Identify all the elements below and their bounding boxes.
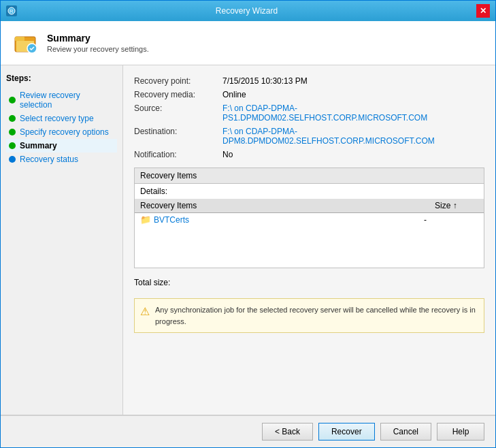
sidebar-label-summary: Summary: [20, 141, 57, 150]
step-dot-status: [9, 156, 16, 163]
svg-text:R: R: [10, 8, 14, 14]
sidebar-item-specify[interactable]: Specify recovery options: [6, 125, 117, 139]
destination-label: Destination:: [134, 127, 222, 146]
recovery-point-label: Recovery point:: [134, 76, 222, 86]
notification-label: Notification:: [134, 150, 222, 159]
col-header-size[interactable]: Size ↑: [429, 199, 484, 212]
sidebar-label-review: Review recovery selection: [20, 91, 114, 110]
header-text: Summary Review your recovery settings.: [47, 33, 149, 53]
table-body: 📁 BVTCerts -: [135, 213, 484, 268]
back-button[interactable]: < Back: [262, 423, 313, 441]
close-button[interactable]: ✕: [476, 4, 490, 18]
step-dot-select: [9, 115, 16, 122]
step-dot-review: [9, 97, 16, 103]
details-label: Details:: [135, 184, 484, 199]
source-value: F:\ on CDAP-DPMA-PS1.DPMDOM02.SELFHOST.C…: [222, 103, 484, 123]
folder-icon: 📁: [140, 214, 151, 225]
info-grid: Recovery point: 7/15/2015 10:30:13 PM Re…: [134, 76, 484, 159]
header-subtitle: Review your recovery settings.: [47, 45, 149, 53]
sidebar-item-status[interactable]: Recovery status: [6, 153, 117, 166]
header-title: Summary: [47, 33, 149, 44]
steps-label: Steps:: [6, 74, 117, 83]
sidebar-label-specify: Specify recovery options: [20, 127, 109, 137]
sidebar-item-select[interactable]: Select recovery type: [6, 112, 117, 125]
sidebar-item-summary[interactable]: Summary: [6, 139, 117, 153]
app-icon: R: [6, 5, 17, 16]
main-area: Steps: Review recovery selection Select …: [1, 65, 495, 415]
col-header-name[interactable]: Recovery Items: [135, 199, 429, 212]
sidebar-label-status: Recovery status: [20, 155, 78, 164]
sidebar-item-review[interactable]: Review recovery selection: [6, 89, 117, 112]
step-dot-summary: [9, 142, 16, 149]
cell-name: 📁 BVTCerts: [140, 214, 424, 225]
recovery-media-value: Online: [222, 90, 484, 99]
destination-value: F:\ on CDAP-DPMA-DPM8.DPMDOM02.SELFHOST.…: [222, 127, 484, 146]
warning-box: ⚠ Any synchronization job for the select…: [134, 298, 484, 333]
cancel-button[interactable]: Cancel: [380, 423, 431, 441]
wizard-header: Summary Review your recovery settings.: [1, 21, 495, 65]
title-bar: R Recovery Wizard ✕: [1, 1, 495, 21]
main-content: Recovery point: 7/15/2015 10:30:13 PM Re…: [123, 65, 495, 415]
table-row[interactable]: 📁 BVTCerts -: [135, 213, 484, 226]
warning-icon: ⚠: [140, 305, 150, 318]
header-icon: [12, 29, 39, 57]
sidebar: Steps: Review recovery selection Select …: [1, 65, 123, 415]
sidebar-label-select: Select recovery type: [20, 114, 94, 123]
recover-button[interactable]: Recover: [318, 423, 375, 441]
recovery-media-label: Recovery media:: [134, 90, 222, 99]
svg-rect-3: [15, 37, 24, 41]
footer: < Back Recover Cancel Help: [1, 415, 495, 447]
cell-size: -: [424, 215, 478, 225]
recovery-items-section: Recovery Items Details: Recovery Items S…: [134, 167, 484, 268]
window-content: Summary Review your recovery settings. S…: [1, 21, 495, 447]
notification-value: No: [222, 150, 484, 159]
help-button[interactable]: Help: [437, 423, 484, 441]
total-size: Total size:: [134, 274, 484, 287]
warning-text: Any synchronization job for the selected…: [155, 304, 478, 327]
window-title: Recovery Wizard: [17, 6, 476, 16]
recovery-wizard-window: R Recovery Wizard ✕ Summary Review your …: [0, 0, 496, 448]
step-dot-specify: [9, 129, 16, 135]
table-header: Recovery Items Size ↑: [135, 199, 484, 213]
source-label: Source:: [134, 103, 222, 123]
recovery-point-value: 7/15/2015 10:30:13 PM: [222, 76, 484, 86]
recovery-items-title: Recovery Items: [135, 168, 484, 184]
item-name: BVTCerts: [154, 215, 189, 225]
